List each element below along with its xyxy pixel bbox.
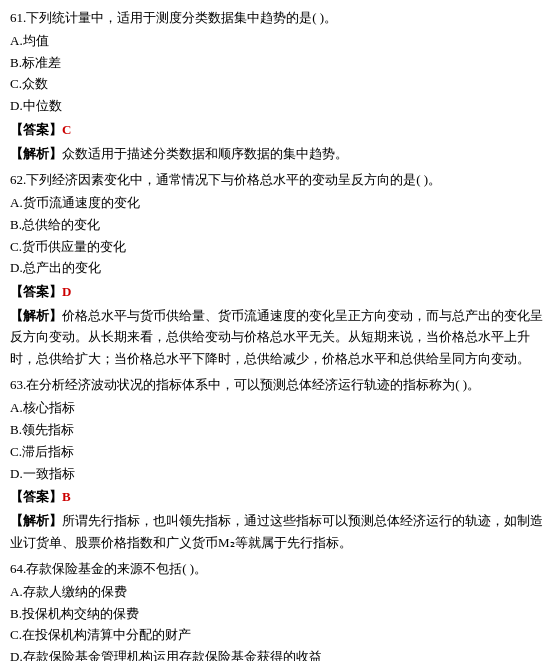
q62-option-b: B.总供给的变化 [10, 215, 546, 236]
q62-analysis: 【解析】价格总水平与货币供给量、货币流通速度的变化呈正方向变动，而与总产出的变化… [10, 305, 546, 369]
q63-answer: 【答案】B [10, 487, 546, 508]
q64-option-b: B.投保机构交纳的保费 [10, 604, 546, 625]
q62-title: 62.下列经济因素变化中，通常情况下与价格总水平的变动呈反方向的是( )。 [10, 170, 546, 191]
q61-analysis: 【解析】众数适用于描述分类数据和顺序数据的集中趋势。 [10, 143, 546, 164]
question-63: 63.在分析经济波动状况的指标体系中，可以预测总体经济运行轨迹的指标称为( )。… [10, 375, 546, 553]
q63-option-a: A.核心指标 [10, 398, 546, 419]
q63-option-c: C.滞后指标 [10, 442, 546, 463]
question-64: 64.存款保险基金的来源不包括( )。 A.存款人缴纳的保费 B.投保机构交纳的… [10, 559, 546, 661]
q63-analysis: 【解析】所谓先行指标，也叫领先指标，通过这些指标可以预测总体经济运行的轨迹，如制… [10, 510, 546, 553]
q61-option-a: A.均值 [10, 31, 546, 52]
q64-option-c: C.在投保机构清算中分配的财产 [10, 625, 546, 646]
q61-option-c: C.众数 [10, 74, 546, 95]
q61-option-d: D.中位数 [10, 96, 546, 117]
q64-title: 64.存款保险基金的来源不包括( )。 [10, 559, 546, 580]
q64-option-a: A.存款人缴纳的保费 [10, 582, 546, 603]
q61-title: 61.下列统计量中，适用于测度分类数据集中趋势的是( )。 [10, 8, 546, 29]
q63-title: 63.在分析经济波动状况的指标体系中，可以预测总体经济运行轨迹的指标称为( )。 [10, 375, 546, 396]
q64-option-d: D.存款保险基金管理机构运用存款保险基金获得的收益 [10, 647, 546, 661]
q62-option-d: D.总产出的变化 [10, 258, 546, 279]
q62-option-a: A.货币流通速度的变化 [10, 193, 546, 214]
page-content: 61.下列统计量中，适用于测度分类数据集中趋势的是( )。 A.均值 B.标准差… [10, 8, 546, 661]
question-61: 61.下列统计量中，适用于测度分类数据集中趋势的是( )。 A.均值 B.标准差… [10, 8, 546, 164]
q62-answer: 【答案】D [10, 282, 546, 303]
question-62: 62.下列经济因素变化中，通常情况下与价格总水平的变动呈反方向的是( )。 A.… [10, 170, 546, 369]
q63-option-b: B.领先指标 [10, 420, 546, 441]
q63-option-d: D.一致指标 [10, 464, 546, 485]
q61-option-b: B.标准差 [10, 53, 546, 74]
q62-option-c: C.货币供应量的变化 [10, 237, 546, 258]
q61-answer: 【答案】C [10, 120, 546, 141]
